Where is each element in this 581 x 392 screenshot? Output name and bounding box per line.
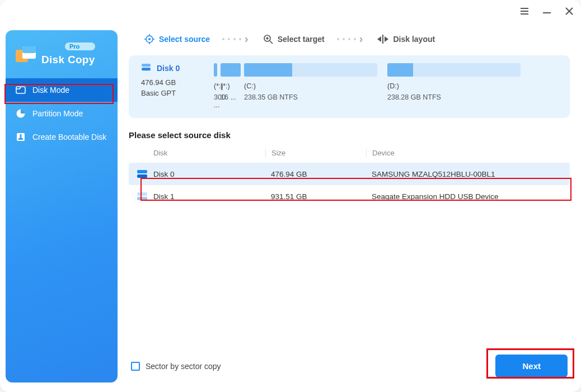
svg-point-11	[148, 38, 151, 40]
step-label: Select target	[278, 35, 325, 44]
table-header: Disk Size Device	[129, 144, 570, 163]
step-disk-layout[interactable]: Disk layout	[377, 35, 435, 44]
partition-value: 300 ...	[214, 93, 217, 109]
disk-icon	[141, 63, 151, 73]
sidebar-item-disk-mode[interactable]: Disk Mode	[6, 78, 118, 102]
next-button[interactable]: Next	[495, 355, 568, 377]
cell-size: 931.51 GB	[265, 192, 366, 201]
col-disk: Disk	[153, 149, 265, 157]
partition-label: (*:)	[214, 80, 217, 90]
sector-by-sector-checkbox[interactable]: Sector by sector copy	[131, 362, 221, 371]
cell-device: SAMSUNG MZALQ512HBLU-00BL1	[366, 170, 570, 178]
sidebar-item-create-bootable[interactable]: Create Bootable Disk	[6, 125, 118, 149]
step-separator-icon: ›	[222, 32, 251, 45]
partition-value: 16 ...	[221, 93, 241, 101]
svg-rect-22	[137, 170, 147, 173]
partition-bar	[221, 63, 241, 77]
partition-label: (D:)	[387, 80, 521, 90]
app-title: Disk Copy	[41, 54, 95, 66]
svg-rect-4	[22, 46, 36, 53]
svg-rect-24	[137, 192, 147, 196]
disk-size: 476.94 GB	[141, 78, 203, 87]
table-row[interactable]: Disk 1931.51 GBSeagate Expansion HDD USB…	[129, 185, 570, 207]
layout-icon	[377, 35, 388, 44]
partition-label: (C:)	[244, 80, 377, 90]
svg-line-17	[270, 41, 273, 44]
disk-name: Disk 0	[157, 64, 180, 73]
cell-disk: Disk 0	[153, 170, 265, 178]
checkbox-icon	[131, 362, 140, 371]
step-select-source[interactable]: Select source	[144, 34, 210, 44]
disk-icon	[137, 169, 153, 178]
svg-rect-23	[137, 174, 147, 178]
app-logo-icon	[16, 46, 36, 63]
step-label: Disk layout	[393, 35, 435, 44]
partition-label: (*:)	[221, 80, 241, 90]
step-select-target[interactable]: Select target	[263, 34, 325, 44]
svg-rect-25	[137, 197, 147, 200]
svg-rect-8	[20, 134, 22, 138]
disk-mode-icon	[16, 85, 26, 95]
partition: (C:)238.35 GB NTFS	[244, 63, 377, 109]
sidebar-item-label: Partition Mode	[32, 109, 83, 118]
step-label: Select source	[159, 35, 210, 44]
cell-device: Seagate Expansion HDD USB Device	[366, 192, 570, 201]
table-row[interactable]: Disk 0476.94 GBSAMSUNG MZALQ512HBLU-00BL…	[129, 163, 570, 185]
disk-icon	[137, 192, 153, 201]
col-device: Device	[366, 149, 570, 157]
svg-rect-21	[142, 68, 151, 70]
disk-type: Basic GPT	[141, 89, 203, 97]
close-button[interactable]	[564, 6, 574, 16]
partition-mode-icon	[16, 108, 26, 119]
disk-overview-panel: Disk 0 476.94 GB Basic GPT (*:)300 ...(*…	[129, 55, 570, 118]
section-title: Please select source disk	[129, 130, 570, 140]
partition-bar	[214, 63, 217, 77]
partition-bar	[244, 63, 377, 77]
partition-value: 238.35 GB NTFS	[244, 93, 377, 101]
minimize-button[interactable]	[542, 6, 552, 16]
sidebar-item-partition-mode[interactable]: Partition Mode	[6, 102, 118, 125]
svg-rect-9	[18, 138, 23, 140]
crosshair-icon	[144, 34, 154, 44]
menu-icon[interactable]	[519, 6, 530, 16]
partition-bar	[387, 63, 521, 77]
step-separator-icon: ›	[337, 32, 366, 45]
cell-size: 476.94 GB	[265, 170, 366, 178]
partition: (*:)16 ...	[221, 63, 241, 109]
col-size: Size	[265, 149, 366, 157]
svg-rect-20	[142, 64, 151, 67]
bootable-disk-icon	[16, 132, 26, 142]
source-disk-table: Disk Size Device Disk 0476.94 GBSAMSUNG …	[129, 144, 570, 207]
checkbox-label: Sector by sector copy	[146, 362, 221, 371]
partition-value: 238.28 GB NTFS	[387, 93, 521, 101]
cell-disk: Disk 1	[153, 192, 265, 201]
partition: (*:)300 ...	[214, 63, 217, 109]
brand: Pro Disk Copy	[6, 40, 118, 78]
sidebar-item-label: Create Bootable Disk	[32, 133, 106, 141]
partition: (D:)238.28 GB NTFS	[387, 63, 521, 109]
pro-badge: Pro	[65, 42, 95, 50]
search-icon	[263, 34, 273, 44]
sidebar-item-label: Disk Mode	[32, 86, 69, 95]
